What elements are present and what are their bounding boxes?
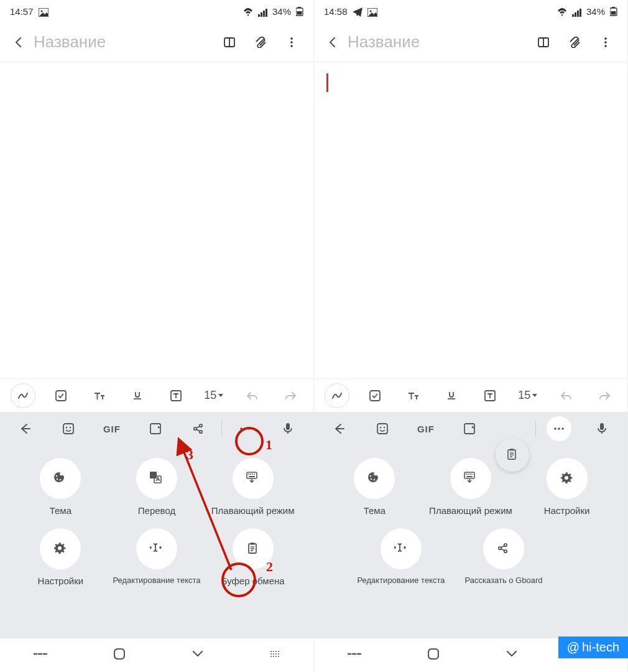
keyboard-options-panel: Тема Плавающий режим Настройки Редактиро… bbox=[314, 446, 627, 638]
wifi-icon bbox=[557, 6, 567, 17]
share-button[interactable] bbox=[178, 416, 219, 442]
wifi-icon bbox=[243, 6, 253, 17]
battery-icon bbox=[296, 6, 303, 17]
handwriting-button[interactable] bbox=[11, 383, 35, 408]
more-menu-button[interactable] bbox=[276, 37, 307, 48]
attachment-button[interactable] bbox=[245, 37, 276, 48]
textbox-button[interactable] bbox=[478, 383, 502, 408]
note-content[interactable] bbox=[314, 62, 627, 378]
signal-icon bbox=[258, 6, 267, 16]
tile-floating[interactable]: Плавающий режим bbox=[206, 458, 300, 516]
dragging-clipboard-tile[interactable] bbox=[496, 438, 529, 472]
keyboard-options-panel: Тема Перевод Плавающий режим Настройки bbox=[0, 446, 313, 638]
format-toolbar: 15 bbox=[0, 378, 313, 412]
title-input[interactable]: Название bbox=[31, 32, 214, 52]
status-time: 14:57 bbox=[10, 6, 34, 17]
tile-theme[interactable]: Тема bbox=[328, 458, 421, 516]
attachment-button[interactable] bbox=[559, 37, 590, 48]
undo-button[interactable] bbox=[554, 383, 579, 408]
textsize-button[interactable] bbox=[87, 383, 112, 408]
tile-theme[interactable]: Тема bbox=[14, 458, 107, 516]
text-cursor-icon bbox=[381, 528, 422, 569]
palette-icon bbox=[40, 458, 81, 499]
format-toolbar: 15 bbox=[314, 378, 627, 412]
gif-button[interactable]: GIF bbox=[91, 416, 132, 442]
translate-button[interactable] bbox=[135, 416, 176, 442]
fontsize-selector[interactable]: 15 bbox=[515, 383, 540, 408]
statusbar: 14:58 34% bbox=[314, 0, 627, 22]
textbox-button[interactable] bbox=[164, 383, 188, 408]
keyboard-float-icon bbox=[233, 458, 274, 499]
reading-mode-button[interactable] bbox=[214, 37, 245, 47]
tile-clipboard[interactable]: Буфер обмена bbox=[206, 528, 300, 586]
voice-input-button[interactable] bbox=[581, 416, 622, 442]
phone-right: 14:58 34% Название 15 GIF bbox=[314, 0, 628, 672]
tile-share-gboard[interactable]: Рассказать о Gboard bbox=[457, 528, 550, 585]
gear-icon bbox=[547, 458, 588, 499]
voice-input-button[interactable] bbox=[267, 416, 308, 442]
recents-button[interactable] bbox=[34, 649, 47, 661]
keyboard-back-button[interactable] bbox=[319, 416, 360, 442]
tile-textedit[interactable]: Редактирование текста bbox=[354, 528, 448, 585]
more-menu-button[interactable] bbox=[590, 37, 621, 48]
separator bbox=[535, 421, 536, 437]
gif-button[interactable]: GIF bbox=[405, 416, 446, 442]
gear-icon bbox=[40, 528, 81, 569]
watermark: @hi-tech bbox=[558, 637, 628, 658]
underline-button[interactable] bbox=[439, 383, 464, 408]
keyboard-switch-button[interactable] bbox=[270, 649, 280, 661]
signal-icon bbox=[572, 6, 581, 16]
translate-button[interactable] bbox=[449, 416, 490, 442]
keyboard-suggestion-bar: GIF bbox=[314, 412, 627, 446]
sticker-button[interactable] bbox=[48, 416, 90, 442]
back-button[interactable] bbox=[6, 37, 31, 47]
checklist-button[interactable] bbox=[362, 383, 387, 408]
keyboard-back-button[interactable] bbox=[5, 416, 46, 442]
keyboard-float-icon bbox=[450, 458, 491, 499]
translate-icon bbox=[136, 458, 177, 499]
more-options-button[interactable] bbox=[538, 416, 580, 442]
battery-pct: 34% bbox=[586, 6, 605, 17]
back-button[interactable] bbox=[506, 648, 517, 662]
image-icon bbox=[39, 6, 48, 16]
clipboard-icon bbox=[233, 528, 274, 569]
share-icon bbox=[483, 528, 524, 569]
separator bbox=[221, 421, 222, 437]
undo-button[interactable] bbox=[240, 383, 265, 408]
app-header: Название bbox=[0, 22, 313, 62]
phone-left: 14:57 34% Название 15 GIF bbox=[0, 0, 314, 672]
app-header: Название bbox=[314, 22, 627, 62]
title-input[interactable]: Название bbox=[345, 32, 528, 52]
keyboard-suggestion-bar: GIF bbox=[0, 412, 313, 446]
reading-mode-button[interactable] bbox=[528, 37, 559, 47]
tile-settings[interactable]: Настройки bbox=[14, 528, 107, 586]
handwriting-button[interactable] bbox=[325, 383, 349, 408]
redo-button[interactable] bbox=[592, 383, 617, 408]
image-icon bbox=[367, 6, 377, 16]
underline-button[interactable] bbox=[125, 383, 150, 408]
home-button[interactable] bbox=[114, 648, 125, 662]
back-button[interactable] bbox=[192, 648, 203, 662]
battery-pct: 34% bbox=[272, 6, 291, 17]
checklist-button[interactable] bbox=[48, 383, 73, 408]
recents-button[interactable] bbox=[348, 649, 361, 661]
fontsize-selector[interactable]: 15 bbox=[201, 383, 226, 408]
sticker-button[interactable] bbox=[362, 416, 404, 442]
battery-icon bbox=[610, 6, 617, 17]
palette-icon bbox=[354, 458, 395, 499]
text-cursor-icon bbox=[136, 528, 177, 569]
more-options-button[interactable] bbox=[224, 416, 266, 442]
status-time: 14:58 bbox=[324, 6, 348, 17]
home-button[interactable] bbox=[428, 648, 439, 662]
textsize-button[interactable] bbox=[401, 383, 426, 408]
tile-settings[interactable]: Настройки bbox=[520, 458, 614, 516]
redo-button[interactable] bbox=[278, 383, 303, 408]
back-button[interactable] bbox=[320, 37, 345, 47]
android-navbar bbox=[0, 638, 313, 672]
text-cursor bbox=[326, 73, 328, 92]
telegram-icon bbox=[353, 6, 362, 17]
tile-translate[interactable]: Перевод bbox=[110, 458, 203, 516]
note-content[interactable] bbox=[0, 62, 313, 378]
tile-textedit[interactable]: Редактирование текста bbox=[110, 528, 203, 586]
statusbar: 14:57 34% bbox=[0, 0, 313, 22]
